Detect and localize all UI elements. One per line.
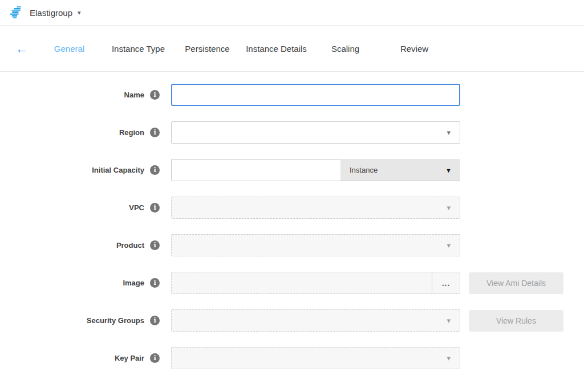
vpc-label: VPC (129, 203, 144, 212)
name-info-icon[interactable]: i (150, 90, 160, 100)
form-row-key-pair: Key Pair i ▾ (0, 347, 584, 369)
security-groups-select: ▾ (171, 309, 460, 332)
key-pair-select: ▾ (171, 347, 460, 369)
tab-review[interactable]: Review (380, 44, 449, 54)
capacity-unit-value: Instance (350, 166, 378, 174)
form-row-vpc: VPC i ▾ (0, 197, 584, 219)
image-value (172, 272, 432, 293)
security-groups-label: Security Groups (87, 316, 144, 325)
general-form: Name i Region i ▾ Initial Capacity i (0, 72, 584, 369)
region-caret-down-icon: ▾ (447, 129, 451, 136)
key-pair-caret-down-icon: ▾ (447, 354, 451, 362)
tab-instance-details[interactable]: Instance Details (242, 44, 311, 54)
image-label: Image (123, 279, 144, 287)
key-pair-label: Key Pair (115, 354, 144, 362)
image-info-icon[interactable]: i (150, 278, 160, 288)
initial-capacity-label: Initial Capacity (92, 166, 144, 174)
region-label: Region (119, 128, 144, 137)
form-row-image: Image i ... View Ami Details (0, 272, 584, 294)
key-pair-info-icon[interactable]: i (150, 353, 160, 363)
app-title: Elastigroup (30, 8, 72, 18)
tab-instance-type[interactable]: Instance Type (104, 44, 173, 54)
tab-persistence[interactable]: Persistence (173, 44, 242, 54)
wizard-tab-bar: ← General Instance Type Persistence Inst… (0, 26, 584, 72)
capacity-unit-caret-down-icon: ▼ (445, 167, 452, 173)
view-ami-details-button[interactable]: View Ami Details (469, 272, 563, 294)
name-input[interactable] (171, 84, 460, 106)
form-row-product: Product i ▾ (0, 234, 584, 256)
tab-scaling[interactable]: Scaling (311, 44, 380, 54)
app-header: Elastigroup ▾ (0, 0, 584, 26)
form-row-region: Region i ▾ (0, 121, 584, 144)
region-info-icon[interactable]: i (150, 128, 160, 137)
name-label: Name (124, 91, 144, 99)
product-label: Product (116, 241, 144, 250)
vpc-caret-down-icon: ▾ (447, 204, 451, 211)
security-groups-info-icon[interactable]: i (150, 316, 160, 325)
product-select: ▾ (171, 234, 460, 256)
view-rules-button[interactable]: View Rules (469, 310, 563, 332)
tab-general[interactable]: General (35, 44, 104, 54)
product-caret-down-icon: ▾ (447, 242, 451, 249)
initial-capacity-input[interactable] (171, 159, 340, 181)
form-row-security-groups: Security Groups i ▾ View Rules (0, 309, 584, 332)
product-info-icon[interactable]: i (150, 240, 160, 250)
form-row-name: Name i (0, 84, 584, 106)
vpc-info-icon[interactable]: i (150, 203, 160, 213)
vpc-select: ▾ (171, 197, 460, 219)
elastigroup-logo-icon (8, 6, 23, 19)
security-groups-caret-down-icon: ▾ (447, 317, 451, 324)
initial-capacity-info-icon[interactable]: i (150, 165, 160, 175)
wizard-tabs: General Instance Type Persistence Instan… (35, 44, 449, 54)
back-arrow-icon[interactable]: ← (11, 41, 32, 56)
image-browse-button[interactable]: ... (432, 272, 460, 293)
form-row-initial-capacity: Initial Capacity i Instance ▼ (0, 159, 584, 181)
region-select[interactable]: ▾ (171, 121, 460, 144)
image-field: ... (171, 272, 460, 294)
capacity-unit-select[interactable]: Instance ▼ (340, 159, 460, 181)
app-switcher-caret-icon[interactable]: ▾ (78, 10, 81, 16)
